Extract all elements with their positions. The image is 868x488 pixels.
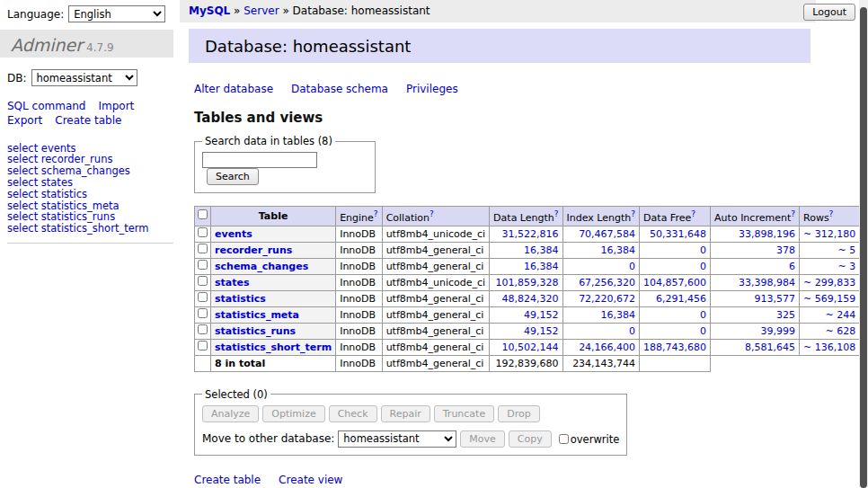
auto-increment-cell: 33,898,196 [711,226,800,242]
row-checkbox[interactable] [198,341,208,350]
data-length-cell: 49,152 [490,323,562,339]
table-name-cell: schema_changes [211,258,336,274]
data-length-cell: 48,824,320 [490,290,562,306]
sidebar-link-import[interactable]: Import [98,101,134,113]
link-create-view[interactable]: Create view [279,474,342,486]
breadcrumb-link[interactable]: MySQL [189,4,230,17]
table-link[interactable]: schema_changes [215,261,308,272]
column-header-index-length: Index Length? [562,207,640,226]
column-header-label: Data Length [493,212,554,224]
sidebar-link-export[interactable]: Export [7,115,42,128]
engine-cell: InnoDB [336,258,382,274]
collation-cell: utf8mb4_general_ci [382,323,489,339]
row-checkbox-cell [195,323,211,339]
sidebar-link-sql-command[interactable]: SQL command [7,101,85,113]
sidebar-table-link[interactable]: select states [7,177,173,189]
overwrite-label: overwrite [571,432,620,445]
search-fieldset: Search data in tables (8) Search [194,135,376,193]
auto-increment-cell: 913,577 [711,290,800,306]
table-row: statistics_runsInnoDButf8mb4_general_ci4… [195,323,868,339]
column-help-link[interactable]: ? [374,209,378,218]
engine-cell: InnoDB [336,323,382,339]
data-free-cell: 50,331,648 [640,226,711,242]
row-checkbox[interactable] [198,244,208,253]
check-button[interactable]: Check [329,405,377,422]
breadcrumb-link[interactable]: Server [244,4,279,17]
overwrite-checkbox[interactable] [559,434,569,444]
select-all-checkbox[interactable] [198,209,208,219]
table-link[interactable]: recorder_runs [215,244,292,256]
link-create-table[interactable]: Create table [194,474,261,486]
index-length-cell: 70,467,584 [562,226,640,242]
collation-cell: utf8mb4_general_ci [382,290,489,306]
copy-button[interactable]: Copy [509,430,552,448]
column-help-link[interactable]: ? [554,209,559,218]
column-header-label: Rows [803,212,829,224]
selected-buttons: AnalyzeOptimizeCheckRepairTruncateDrop [202,405,619,422]
scrollbar-thumb[interactable] [860,7,867,488]
table-link[interactable]: events [215,228,252,240]
rows-cell: ~ 628 [800,323,860,339]
rows-cell: ~ 244 [800,306,860,323]
data-length-cell: 49,152 [490,306,562,323]
drop-button[interactable]: Drop [498,405,539,422]
db-select[interactable]: homeassistant [31,69,137,86]
move-button[interactable]: Move [460,430,505,448]
index-length-cell: 16,384 [562,242,640,258]
table-link[interactable]: statistics_runs [215,325,296,337]
table-link[interactable]: statistics_short_term [215,342,332,353]
tables-and-views-heading: Tables and views [194,110,810,126]
table-row: eventsInnoDButf8mb4_unicode_ci31,522,816… [195,226,868,242]
sidebar-table-link[interactable]: select statistics [7,189,173,200]
search-button[interactable]: Search [207,168,259,185]
row-checkbox[interactable] [198,308,208,318]
sidebar-links: SQL commandImportExportCreate table [7,101,167,128]
app-name: Adminer [11,35,83,55]
column-help-link[interactable]: ? [631,209,635,218]
row-checkbox[interactable] [198,324,208,334]
search-input[interactable] [202,152,317,168]
sidebar: Adminer4.7.9 DB:homeassistant SQL comman… [0,30,173,244]
total-data-free-cell [640,355,711,371]
row-checkbox[interactable] [198,292,208,302]
row-checkbox[interactable] [198,276,208,286]
repair-button[interactable]: Repair [381,405,430,422]
column-help-link[interactable]: ? [430,209,434,218]
rows-cell: ~ 299,833 [800,274,860,290]
collation-cell: utf8mb4_general_ci [382,242,489,258]
rows-cell: ~ 136,108 [800,339,860,355]
sidebar-link-create-table[interactable]: Create table [55,115,121,128]
action-link-privileges[interactable]: Privileges [406,83,458,95]
language-select[interactable]: English [68,5,165,22]
move-label: Move to other database: [202,432,334,445]
table-link[interactable]: statistics_meta [215,309,299,321]
table-name-cell: events [211,226,336,242]
auto-increment-cell: 33,398,984 [711,274,800,290]
action-link-alter-database[interactable]: Alter database [194,83,273,95]
collation-cell: utf8mb4_general_ci [382,306,489,323]
data-free-cell: 104,857,600 [640,274,711,290]
row-checkbox[interactable] [198,227,208,237]
row-checkbox[interactable] [198,260,208,270]
column-header-label: Index Length [567,212,632,224]
column-help-link[interactable]: ? [791,209,795,218]
action-link-database-schema[interactable]: Database schema [291,83,388,95]
app-version: 4.7.9 [86,41,114,54]
move-db-select[interactable]: homeassistant [338,430,456,448]
db-label: DB: [7,72,27,84]
column-help-link[interactable]: ? [829,209,834,218]
data-free-cell: 0 [640,242,711,258]
table-link[interactable]: statistics [215,293,266,305]
sidebar-table-link[interactable]: select statistics_short_term [7,223,173,235]
scrollbar[interactable] [859,0,868,488]
table-link[interactable]: states [215,277,250,288]
truncate-button[interactable]: Truncate [434,405,494,422]
total-label: 8 in total [211,355,336,371]
column-help-link[interactable]: ? [691,209,695,218]
logout-button[interactable]: Logout [803,4,855,21]
auto-increment-cell: 6 [711,258,800,274]
optimize-button[interactable]: Optimize [262,405,324,422]
data-free-cell: 188,743,680 [640,339,711,355]
table-name-cell: recorder_runs [211,242,336,258]
analyze-button[interactable]: Analyze [202,405,259,422]
